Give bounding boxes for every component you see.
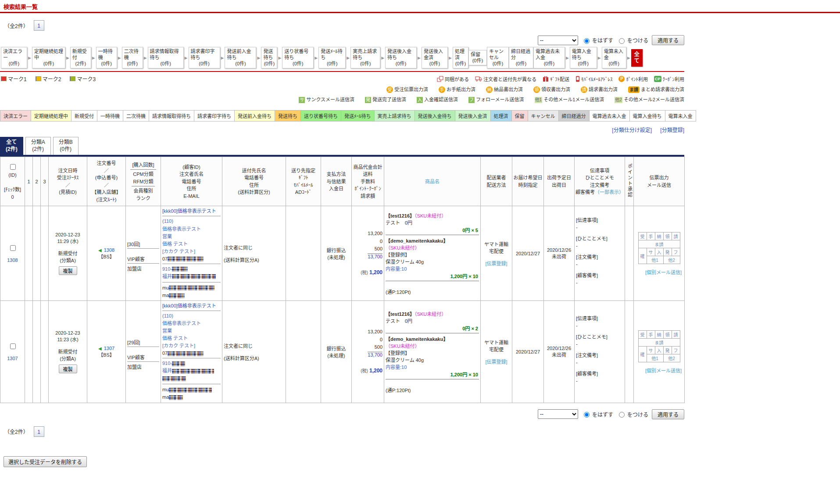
duplicate-button[interactable]: 複製 xyxy=(59,266,77,275)
flow-box-postpay-done[interactable]: 発送後入金済(0件) xyxy=(422,47,448,68)
strip-new: 新規受付 xyxy=(71,111,97,121)
select-all-checkbox[interactable] xyxy=(10,164,16,170)
strip-edi-unpaid: 電算未入金 xyxy=(665,111,696,121)
radio-remove-input-bottom[interactable] xyxy=(584,412,590,418)
product-name-sort-link[interactable]: 商品名 xyxy=(425,179,440,184)
flow-box-billing-info[interactable]: 請求情報取得待ち(0件) xyxy=(148,47,184,68)
flow-box-prepay[interactable]: 発送前入金待ち(0件) xyxy=(225,47,256,68)
pagination-page-1[interactable]: 1 xyxy=(34,20,44,31)
mail-shipped[interactable]: 発 xyxy=(663,347,672,354)
flow-box-cancel[interactable]: キャンセル(0件) xyxy=(487,47,509,68)
flow-box-new[interactable]: 新規受付(2件) xyxy=(70,47,91,68)
flow-arrow-icon: ▶ xyxy=(256,56,261,60)
slip-letter[interactable]: 手 xyxy=(647,331,655,339)
slip-receipt[interactable]: 領 xyxy=(663,331,672,339)
mark3-cell[interactable] xyxy=(41,206,49,301)
flow-box-wait1[interactable]: 一時待機(0件) xyxy=(96,47,117,68)
slip-order[interactable]: 受 xyxy=(638,331,647,339)
flow-box-hold[interactable]: 保留(0件) xyxy=(468,50,487,66)
header-order-date: 注文日時受注ｽﾃｰﾀｽ ／(見積ID) xyxy=(49,157,87,206)
apply-button-top[interactable]: 適用する xyxy=(652,35,684,45)
mail-thanks[interactable]: サ xyxy=(647,347,655,354)
radio-add-input[interactable] xyxy=(619,38,625,44)
mail-other2[interactable]: 他2 xyxy=(663,256,680,264)
mark3-cell[interactable] xyxy=(41,300,49,403)
radio-add-mark[interactable]: をつける xyxy=(617,36,648,44)
customer-link[interactable]: [kkk00]価格非表示テスト xyxy=(162,303,216,308)
ship-date-cell: 2020/12/26未出荷 xyxy=(544,300,575,403)
radio-add-input-bottom[interactable] xyxy=(619,412,625,418)
mail-follow[interactable]: フ xyxy=(672,347,680,354)
tab-class-a[interactable]: 分類A(2件) xyxy=(25,137,51,155)
mark1-cell[interactable] xyxy=(25,300,33,403)
flow-box-sales-billing[interactable]: 実売上請求待ち(0件) xyxy=(350,47,380,68)
radio-remove-mark-bottom[interactable]: をはずす xyxy=(582,411,613,418)
duplicate-button[interactable]: 複製 xyxy=(59,365,77,373)
flow-box-ship-wait[interactable]: 発送待ち(0件) xyxy=(261,47,277,68)
strip-tracking: 送り状番号待ち xyxy=(301,111,341,121)
mail-thanks[interactable]: サ xyxy=(647,248,655,256)
flow-box-closing-passed[interactable]: 締日経過分(0件) xyxy=(509,47,533,68)
mail-other1[interactable]: 他1 xyxy=(647,256,663,264)
order-id-link[interactable]: 1308 xyxy=(7,257,18,263)
slip-invoice[interactable]: 請 xyxy=(672,232,680,240)
slip-bulk-invoice[interactable]: ま請 xyxy=(638,240,680,248)
mark-dropdown[interactable]: -- xyxy=(538,36,578,45)
delete-selected-button[interactable]: 選択した受注データを削除する xyxy=(4,456,87,467)
mail-shipped[interactable]: 発 xyxy=(663,248,672,256)
flow-box-edi-past-unpaid[interactable]: 電算過去未入金(0件) xyxy=(533,47,565,68)
flow-box-postpay-wait[interactable]: 発送後入金待ち(0件) xyxy=(385,47,417,68)
mark-dropdown-bottom[interactable]: -- xyxy=(538,409,578,419)
mark2-legend: マーク2 xyxy=(36,75,61,82)
order-no-link[interactable]: 1308 xyxy=(104,247,114,253)
slip-delivery[interactable]: 納 xyxy=(655,331,663,339)
output-legend-row: 受受注伝票出力済 手お手紙出力済 納納品書出力済 領領収書出力済 請請求書出力済… xyxy=(0,86,684,93)
slip-receipt[interactable]: 領 xyxy=(663,232,672,240)
mark2-cell[interactable] xyxy=(33,206,41,301)
apply-button-bottom[interactable]: 適用する xyxy=(652,409,684,419)
slip-order[interactable]: 受 xyxy=(638,232,647,240)
mail-follow[interactable]: フ xyxy=(672,248,680,256)
flow-box-invoice-print[interactable]: 請求書印字待ち(0件) xyxy=(189,47,220,68)
order-id-link[interactable]: 1307 xyxy=(7,356,18,361)
radio-remove-input[interactable] xyxy=(584,38,590,44)
mail-other1[interactable]: 他1 xyxy=(647,354,663,362)
flow-box-all[interactable]: 全て xyxy=(631,49,643,67)
slip-delivery[interactable]: 納 xyxy=(655,232,663,240)
flow-box-tracking-no[interactable]: 送り状番号待ち(0件) xyxy=(282,47,314,68)
row-checkbox[interactable] xyxy=(10,343,16,349)
strip-edi-pay-wait: 電算入金待ち xyxy=(630,111,665,121)
mail-other2[interactable]: 他2 xyxy=(663,354,680,362)
tab-class-b[interactable]: 分類B(0件) xyxy=(53,137,79,155)
flow-box-payment-error[interactable]: 決済エラー(0件) xyxy=(1,47,27,68)
mark1-cell[interactable] xyxy=(25,206,33,301)
flow-box-processed[interactable]: 処理済(0件) xyxy=(453,47,468,68)
flow-box-edi-pay-wait[interactable]: 電算入金待ち(0件) xyxy=(570,47,597,68)
memo-partial-link[interactable]: （一部表示） xyxy=(595,189,624,195)
class-register-link[interactable]: [分類登録] xyxy=(660,127,684,133)
mail-payment[interactable]: 入 xyxy=(655,248,663,256)
individual-mail-link[interactable]: [個別メール送信] xyxy=(645,270,682,275)
mail-payment[interactable]: 入 xyxy=(655,347,663,354)
flow-box-recurring[interactable]: 定期継続処理中(0件) xyxy=(32,47,65,68)
slip-bulk-invoice[interactable]: ま請 xyxy=(638,339,680,347)
slip-letter[interactable]: 手 xyxy=(647,232,655,240)
mark2-cell[interactable] xyxy=(33,300,41,403)
pagination-page-1-bottom[interactable]: 1 xyxy=(34,426,44,437)
customer-link[interactable]: [kkk00]価格非表示テスト xyxy=(162,208,216,214)
radio-remove-mark[interactable]: をはずす xyxy=(582,36,613,44)
flow-box-wait2[interactable]: 二次待機(0件) xyxy=(122,47,143,68)
row-checkbox[interactable] xyxy=(10,245,16,251)
order-no-link[interactable]: 1307 xyxy=(104,346,114,351)
radio-add-mark-bottom[interactable]: をつける xyxy=(617,411,648,418)
tab-all[interactable]: 全て(2件) xyxy=(0,137,23,155)
flow-box-edi-unpaid[interactable]: 電算未入金(0件) xyxy=(602,47,626,68)
mail-confirm[interactable]: 確 xyxy=(638,248,647,264)
slip-register-link[interactable]: [伝票登録] xyxy=(485,261,507,266)
class-sort-setting-link[interactable]: [分類仕分け設定] xyxy=(612,127,652,133)
flow-box-ship-mail[interactable]: 発送ﾒｰﾙ待ち(0件) xyxy=(318,47,346,68)
individual-mail-link[interactable]: [個別メール送信] xyxy=(645,368,682,373)
slip-register-link[interactable]: [伝票登録] xyxy=(485,359,507,365)
mail-confirm[interactable]: 確 xyxy=(638,347,647,362)
slip-invoice[interactable]: 請 xyxy=(672,331,680,339)
